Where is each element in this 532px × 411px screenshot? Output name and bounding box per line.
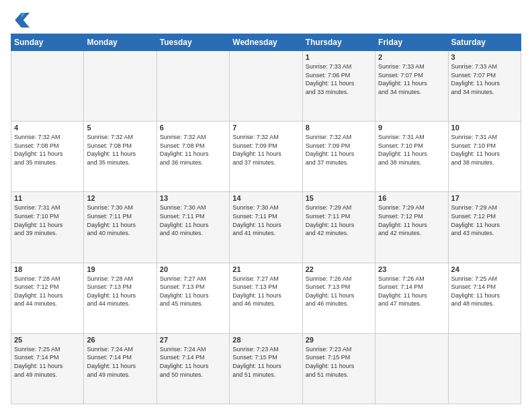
day-number: 4	[14, 124, 81, 132]
calendar-cell: 2Sunrise: 7:33 AM Sunset: 7:07 PM Daylig…	[375, 51, 448, 122]
day-number: 14	[232, 194, 299, 202]
logo-icon	[11, 11, 30, 30]
day-info: Sunrise: 7:33 AM Sunset: 7:07 PM Dayligh…	[451, 62, 518, 96]
day-info: Sunrise: 7:25 AM Sunset: 7:14 PM Dayligh…	[451, 275, 518, 308]
calendar-cell: 8Sunrise: 7:32 AM Sunset: 7:09 PM Daylig…	[302, 122, 375, 192]
day-info: Sunrise: 7:29 AM Sunset: 7:12 PM Dayligh…	[378, 203, 445, 237]
calendar-week-row: 25Sunrise: 7:25 AM Sunset: 7:14 PM Dayli…	[11, 333, 521, 404]
calendar-cell: 7Sunrise: 7:32 AM Sunset: 7:09 PM Daylig…	[230, 122, 302, 192]
calendar-cell: 26Sunrise: 7:24 AM Sunset: 7:14 PM Dayli…	[84, 333, 157, 404]
calendar-cell: 9Sunrise: 7:31 AM Sunset: 7:10 PM Daylig…	[375, 122, 448, 192]
day-number: 16	[378, 194, 445, 202]
calendar-cell	[375, 333, 448, 404]
calendar-cell: 1Sunrise: 7:33 AM Sunset: 7:06 PM Daylig…	[302, 51, 375, 122]
day-number: 9	[378, 124, 445, 132]
day-info: Sunrise: 7:30 AM Sunset: 7:11 PM Dayligh…	[160, 203, 226, 237]
day-number: 8	[306, 124, 372, 132]
calendar-cell: 19Sunrise: 7:28 AM Sunset: 7:13 PM Dayli…	[84, 263, 157, 333]
calendar-week-row: 18Sunrise: 7:28 AM Sunset: 7:12 PM Dayli…	[11, 263, 521, 333]
day-of-week-header: Sunday	[11, 34, 84, 51]
calendar-cell: 28Sunrise: 7:23 AM Sunset: 7:15 PM Dayli…	[230, 333, 302, 404]
day-number: 18	[14, 265, 81, 273]
day-number: 15	[306, 194, 372, 202]
day-number: 11	[14, 194, 81, 202]
calendar-cell	[157, 51, 229, 122]
day-info: Sunrise: 7:32 AM Sunset: 7:09 PM Dayligh…	[232, 133, 299, 167]
day-info: Sunrise: 7:27 AM Sunset: 7:13 PM Dayligh…	[232, 275, 299, 308]
day-info: Sunrise: 7:33 AM Sunset: 7:06 PM Dayligh…	[306, 62, 372, 96]
day-number: 12	[87, 194, 153, 202]
day-number: 13	[160, 194, 226, 202]
calendar-cell: 4Sunrise: 7:32 AM Sunset: 7:08 PM Daylig…	[11, 122, 84, 192]
day-info: Sunrise: 7:32 AM Sunset: 7:08 PM Dayligh…	[160, 133, 226, 167]
calendar-cell	[11, 51, 84, 122]
day-number: 6	[160, 124, 226, 132]
calendar-cell: 23Sunrise: 7:26 AM Sunset: 7:14 PM Dayli…	[375, 263, 448, 333]
calendar-cell: 6Sunrise: 7:32 AM Sunset: 7:08 PM Daylig…	[157, 122, 229, 192]
day-number: 28	[232, 336, 299, 344]
calendar-cell: 24Sunrise: 7:25 AM Sunset: 7:14 PM Dayli…	[448, 263, 521, 333]
day-number: 22	[306, 265, 372, 273]
calendar-cell: 25Sunrise: 7:25 AM Sunset: 7:14 PM Dayli…	[11, 333, 84, 404]
day-info: Sunrise: 7:32 AM Sunset: 7:08 PM Dayligh…	[14, 133, 81, 167]
calendar-cell: 15Sunrise: 7:29 AM Sunset: 7:11 PM Dayli…	[302, 192, 375, 263]
day-number: 26	[87, 336, 153, 344]
calendar-header-row: SundayMondayTuesdayWednesdayThursdayFrid…	[11, 34, 521, 51]
calendar-cell: 27Sunrise: 7:24 AM Sunset: 7:14 PM Dayli…	[157, 333, 229, 404]
logo	[11, 11, 32, 30]
day-info: Sunrise: 7:28 AM Sunset: 7:12 PM Dayligh…	[14, 275, 81, 308]
header	[11, 11, 521, 30]
calendar-cell: 18Sunrise: 7:28 AM Sunset: 7:12 PM Dayli…	[11, 263, 84, 333]
calendar-cell: 10Sunrise: 7:31 AM Sunset: 7:10 PM Dayli…	[448, 122, 521, 192]
day-number: 29	[306, 336, 372, 344]
day-info: Sunrise: 7:29 AM Sunset: 7:11 PM Dayligh…	[306, 203, 372, 237]
calendar-cell	[448, 333, 521, 404]
page: SundayMondayTuesdayWednesdayThursdayFrid…	[0, 0, 532, 411]
day-number: 3	[451, 53, 518, 61]
calendar-week-row: 11Sunrise: 7:31 AM Sunset: 7:10 PM Dayli…	[11, 192, 521, 263]
day-info: Sunrise: 7:32 AM Sunset: 7:09 PM Dayligh…	[306, 133, 372, 167]
day-info: Sunrise: 7:25 AM Sunset: 7:14 PM Dayligh…	[14, 345, 81, 379]
calendar-cell: 12Sunrise: 7:30 AM Sunset: 7:11 PM Dayli…	[84, 192, 157, 263]
day-number: 27	[160, 336, 226, 344]
day-of-week-header: Friday	[375, 34, 448, 51]
calendar-cell: 11Sunrise: 7:31 AM Sunset: 7:10 PM Dayli…	[11, 192, 84, 263]
day-info: Sunrise: 7:23 AM Sunset: 7:15 PM Dayligh…	[232, 345, 299, 379]
day-info: Sunrise: 7:26 AM Sunset: 7:13 PM Dayligh…	[306, 275, 372, 308]
day-number: 20	[160, 265, 226, 273]
calendar-cell: 5Sunrise: 7:32 AM Sunset: 7:08 PM Daylig…	[84, 122, 157, 192]
day-info: Sunrise: 7:26 AM Sunset: 7:14 PM Dayligh…	[378, 275, 445, 308]
calendar-cell: 17Sunrise: 7:29 AM Sunset: 7:12 PM Dayli…	[448, 192, 521, 263]
day-number: 23	[378, 265, 445, 273]
day-number: 19	[87, 265, 153, 273]
day-number: 21	[232, 265, 299, 273]
calendar-cell: 3Sunrise: 7:33 AM Sunset: 7:07 PM Daylig…	[448, 51, 521, 122]
day-info: Sunrise: 7:32 AM Sunset: 7:08 PM Dayligh…	[87, 133, 153, 167]
day-info: Sunrise: 7:24 AM Sunset: 7:14 PM Dayligh…	[87, 345, 153, 379]
day-info: Sunrise: 7:28 AM Sunset: 7:13 PM Dayligh…	[87, 275, 153, 308]
day-number: 5	[87, 124, 153, 132]
calendar-cell: 13Sunrise: 7:30 AM Sunset: 7:11 PM Dayli…	[157, 192, 229, 263]
day-number: 24	[451, 265, 518, 273]
calendar-cell: 16Sunrise: 7:29 AM Sunset: 7:12 PM Dayli…	[375, 192, 448, 263]
day-number: 1	[306, 53, 372, 61]
day-info: Sunrise: 7:31 AM Sunset: 7:10 PM Dayligh…	[378, 133, 445, 167]
calendar-cell: 20Sunrise: 7:27 AM Sunset: 7:13 PM Dayli…	[157, 263, 229, 333]
day-info: Sunrise: 7:31 AM Sunset: 7:10 PM Dayligh…	[451, 133, 518, 167]
day-info: Sunrise: 7:24 AM Sunset: 7:14 PM Dayligh…	[160, 345, 226, 379]
day-info: Sunrise: 7:33 AM Sunset: 7:07 PM Dayligh…	[378, 62, 445, 96]
day-number: 2	[378, 53, 445, 61]
day-info: Sunrise: 7:27 AM Sunset: 7:13 PM Dayligh…	[160, 275, 226, 308]
day-number: 10	[451, 124, 518, 132]
day-of-week-header: Wednesday	[230, 34, 302, 51]
day-info: Sunrise: 7:31 AM Sunset: 7:10 PM Dayligh…	[14, 203, 81, 237]
day-of-week-header: Thursday	[302, 34, 375, 51]
day-info: Sunrise: 7:30 AM Sunset: 7:11 PM Dayligh…	[87, 203, 153, 237]
calendar-cell: 14Sunrise: 7:30 AM Sunset: 7:11 PM Dayli…	[230, 192, 302, 263]
calendar-cell: 22Sunrise: 7:26 AM Sunset: 7:13 PM Dayli…	[302, 263, 375, 333]
day-number: 7	[232, 124, 299, 132]
calendar-cell: 29Sunrise: 7:23 AM Sunset: 7:15 PM Dayli…	[302, 333, 375, 404]
day-info: Sunrise: 7:29 AM Sunset: 7:12 PM Dayligh…	[451, 203, 518, 237]
calendar-cell: 21Sunrise: 7:27 AM Sunset: 7:13 PM Dayli…	[230, 263, 302, 333]
day-of-week-header: Tuesday	[157, 34, 229, 51]
